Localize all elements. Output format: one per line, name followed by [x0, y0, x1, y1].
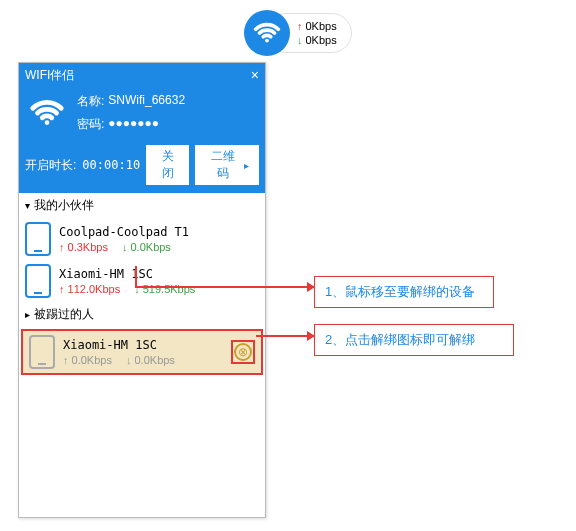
annotation-line [135, 266, 137, 286]
up-speed: 0.0Kbps [72, 354, 112, 366]
arrow-up-icon: ↑ [297, 20, 303, 32]
callout-2: 2、点击解绑图标即可解绑 [314, 324, 514, 356]
device-name: Coolpad-Coolpad T1 [59, 225, 259, 239]
device-row[interactable]: Coolpad-Coolpad T1 ↑ 0.3Kbps ↓ 0.0Kbps [19, 218, 265, 260]
section-kicked[interactable]: ▸ 被踢过的人 [19, 302, 265, 327]
duration-label: 开启时长: [25, 157, 76, 174]
wifi-icon [27, 93, 67, 133]
panel-empty-area [19, 377, 265, 517]
upload-speed: 0Kbps [306, 20, 337, 32]
svg-point-1 [45, 120, 50, 125]
wifi-icon [244, 10, 290, 56]
section-partners[interactable]: ▾ 我的小伙伴 [19, 193, 265, 218]
chevron-down-icon: ▾ [25, 200, 30, 211]
device-name: Xiaomi-HM 1SC [59, 267, 259, 281]
device-row[interactable]: Xiaomi-HM 1SC ↑ 112.0Kbps ↓ 519.5Kbps [19, 260, 265, 302]
wifi-info: 名称:SNWifi_66632 密码:●●●●●●● [19, 87, 265, 141]
annotation-arrow [135, 286, 314, 288]
device-name: Xiaomi-HM 1SC [63, 338, 223, 352]
unbind-icon[interactable]: ⊗ [234, 343, 252, 361]
arrow-up-icon: ↑ [59, 241, 65, 253]
wifi-password: ●●●●●●● [108, 116, 159, 133]
arrow-down-icon: ↓ [126, 354, 132, 366]
wifi-name: SNWifi_66632 [108, 93, 185, 110]
name-label: 名称: [77, 93, 104, 110]
qrcode-button[interactable]: 二维码▸ [195, 145, 259, 185]
close-button[interactable]: 关闭 [146, 145, 189, 185]
top-speed-badge: ↑0Kbps ↓0Kbps [244, 10, 352, 56]
callout-1: 1、鼠标移至要解绑的设备 [314, 276, 494, 308]
up-speed: 0.3Kbps [68, 241, 108, 253]
svg-point-0 [265, 39, 269, 43]
annotation-arrow [256, 335, 314, 337]
down-speed: 0.0Kbps [135, 354, 175, 366]
wifi-bar: 开启时长: 00:00:10 关闭 二维码▸ [19, 141, 265, 193]
download-speed: 0Kbps [306, 34, 337, 46]
arrow-up-icon: ↑ [59, 283, 65, 295]
duration-value: 00:00:10 [82, 158, 140, 172]
section-title: 我的小伙伴 [34, 197, 94, 214]
down-speed: 519.5Kbps [143, 283, 196, 295]
section-title: 被踢过的人 [34, 306, 94, 323]
arrow-up-icon: ↑ [63, 354, 69, 366]
arrow-down-icon: ↓ [297, 34, 303, 46]
arrow-down-icon: ↓ [122, 241, 128, 253]
chevron-right-icon: ▸ [25, 309, 30, 320]
chevron-right-icon: ▸ [244, 160, 249, 171]
down-speed: 0.0Kbps [131, 241, 171, 253]
phone-icon [25, 222, 51, 256]
up-speed: 112.0Kbps [68, 283, 121, 295]
phone-icon [25, 264, 51, 298]
close-icon[interactable]: × [251, 68, 259, 82]
phone-icon [29, 335, 55, 369]
wifi-panel: WIFI伴侣 × 名称:SNWifi_66632 密码:●●●●●●● 开启时长… [18, 62, 266, 518]
panel-title: WIFI伴侣 [25, 67, 74, 84]
pass-label: 密码: [77, 116, 104, 133]
device-row-highlighted[interactable]: Xiaomi-HM 1SC ↑ 0.0Kbps ↓ 0.0Kbps ⊗ [21, 329, 263, 375]
panel-header: WIFI伴侣 × [19, 63, 265, 87]
unbind-highlight: ⊗ [231, 340, 255, 364]
